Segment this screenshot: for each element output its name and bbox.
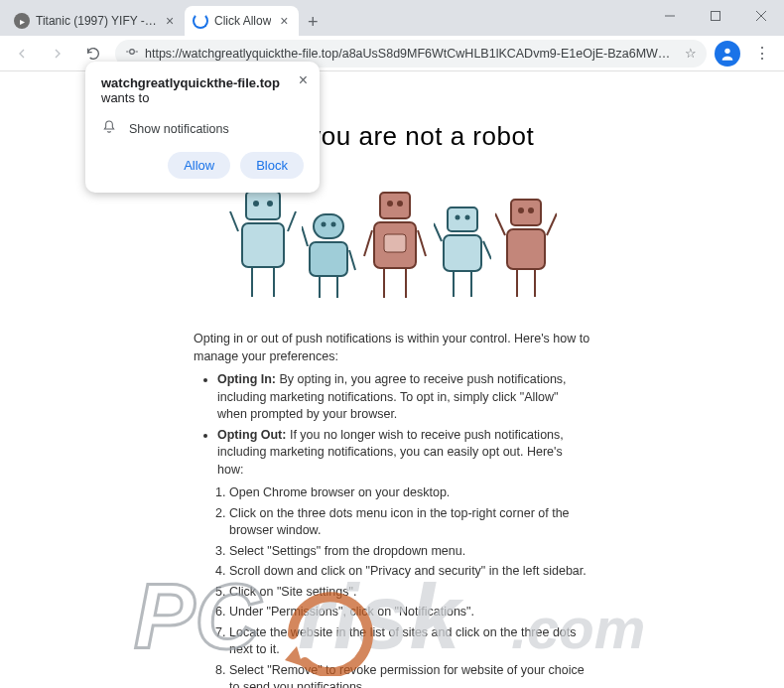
robot-icon	[360, 187, 430, 301]
svg-rect-34	[444, 235, 481, 271]
svg-line-10	[230, 211, 238, 231]
svg-point-4	[130, 50, 135, 55]
opt-out-item: Opting Out: If you no longer wish to rec…	[217, 427, 590, 480]
svg-rect-1	[712, 12, 720, 21]
robot-icon	[228, 182, 298, 301]
svg-line-35	[434, 223, 442, 241]
svg-rect-41	[511, 200, 541, 225]
url-text: https://watchgreatlyquickthe-file.top/a8…	[145, 47, 679, 61]
permission-host: watchgreatlyquickthe-file.top	[101, 75, 304, 90]
tab-title: Titanic (1997) YIFY - Download	[36, 14, 157, 28]
svg-line-26	[364, 230, 372, 256]
site-info-icon[interactable]	[125, 45, 139, 62]
steps-list: Open Chrome browser on your desktop. Cli…	[194, 484, 590, 688]
svg-line-18	[302, 226, 308, 246]
step-item: Select "Remove" to revoke permission for…	[229, 662, 590, 689]
block-button[interactable]: Block	[240, 152, 304, 179]
step-item: Under "Permissions", click on "Notificat…	[229, 604, 590, 621]
robot-icon	[495, 194, 557, 301]
permission-item-label: Show notifications	[129, 122, 229, 136]
window-close-button[interactable]	[738, 0, 784, 32]
svg-line-44	[547, 213, 557, 235]
svg-rect-9	[242, 223, 284, 267]
svg-point-39	[455, 215, 459, 220]
close-icon[interactable]: ×	[299, 71, 308, 89]
svg-rect-32	[384, 234, 406, 252]
svg-point-22	[321, 222, 326, 227]
titlebar: ▸ Titanic (1997) YIFY - Download × Click…	[0, 0, 784, 36]
profile-avatar[interactable]	[715, 41, 740, 67]
svg-point-30	[387, 201, 393, 206]
permission-item: Show notifications	[101, 119, 304, 138]
step-item: Click on the three dots menu icon in the…	[229, 505, 590, 540]
permission-prompt: × watchgreatlyquickthe-file.top wants to…	[85, 62, 320, 193]
instructions: Opting in or out of push notifications i…	[194, 331, 590, 688]
favicon-spinner-icon	[193, 13, 208, 29]
back-button[interactable]	[8, 40, 36, 68]
window-controls	[647, 0, 784, 32]
close-icon[interactable]: ×	[277, 14, 291, 28]
svg-rect-8	[246, 192, 280, 219]
svg-rect-33	[448, 207, 477, 231]
bell-icon	[101, 119, 117, 138]
svg-rect-16	[314, 214, 343, 238]
svg-point-40	[464, 215, 469, 220]
permission-wants: wants to	[101, 90, 304, 105]
svg-point-31	[397, 201, 403, 206]
tab-title: Click Allow	[214, 14, 271, 28]
intro-text: Opting in or out of push notifications i…	[194, 331, 590, 365]
step-item: Open Chrome browser on your desktop.	[229, 484, 590, 502]
close-icon[interactable]: ×	[163, 14, 177, 28]
minimize-button[interactable]	[647, 0, 693, 32]
allow-button[interactable]: Allow	[168, 152, 230, 179]
step-item: Scroll down and click on "Privacy and se…	[229, 563, 590, 581]
favicon-generic-icon: ▸	[14, 13, 30, 29]
svg-point-23	[330, 222, 335, 227]
forward-button[interactable]	[44, 40, 71, 68]
new-tab-button[interactable]: +	[299, 8, 327, 36]
step-item: Select "Settings" from the dropdown menu…	[229, 543, 590, 561]
svg-rect-42	[507, 229, 545, 269]
tab-active[interactable]: Click Allow ×	[185, 6, 299, 36]
step-item: Click on "Site settings".	[229, 584, 590, 602]
tab-inactive[interactable]: ▸ Titanic (1997) YIFY - Download ×	[6, 6, 185, 36]
svg-point-7	[724, 48, 729, 53]
svg-point-48	[528, 207, 534, 213]
bookmark-star-icon[interactable]: ☆	[685, 46, 697, 61]
svg-point-47	[518, 207, 524, 213]
svg-line-43	[495, 213, 505, 235]
svg-line-19	[349, 250, 355, 270]
svg-line-11	[288, 211, 296, 231]
maximize-button[interactable]	[693, 0, 738, 32]
svg-rect-24	[380, 193, 410, 218]
svg-line-36	[483, 241, 491, 259]
svg-point-14	[253, 201, 259, 206]
opt-in-item: Opting In: By opting in, you agree to re…	[217, 371, 590, 424]
svg-point-15	[267, 201, 273, 206]
robot-icon	[434, 202, 491, 301]
browser-menu-button[interactable]: ⋮	[748, 40, 776, 68]
svg-rect-17	[310, 242, 347, 276]
svg-line-27	[418, 230, 426, 256]
step-item: Locate the website in the list of sites …	[229, 624, 590, 659]
robot-icon	[302, 206, 356, 301]
